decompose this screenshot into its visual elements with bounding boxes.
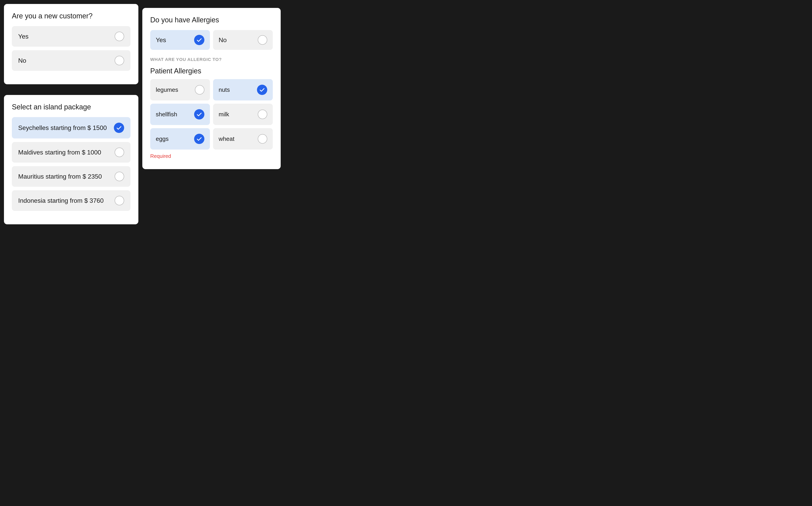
- island-seychelles-check: [114, 122, 124, 133]
- new-customer-yes-radio: [115, 32, 124, 41]
- island-seychelles-label: Seychelles starting from $ 1500: [18, 124, 107, 132]
- allergies-yes-label: Yes: [156, 36, 166, 44]
- new-customer-yes-label: Yes: [18, 33, 28, 40]
- allergy-milk-radio: [258, 109, 267, 119]
- required-text: Required: [150, 153, 273, 159]
- allergies-no-option[interactable]: No: [213, 30, 273, 50]
- allergy-nuts-option[interactable]: nuts: [213, 79, 273, 100]
- allergy-nuts-check: [257, 85, 267, 95]
- island-package-card: Select an island package Seychelles star…: [4, 95, 138, 224]
- new-customer-no-radio: [115, 56, 124, 65]
- island-mauritius-label: Mauritius starting from $ 2350: [18, 173, 102, 180]
- allergy-wheat-label: wheat: [219, 136, 234, 142]
- patient-allergies-heading: Patient Allergies: [150, 67, 273, 75]
- island-indonesia-label: Indonesia starting from $ 3760: [18, 197, 104, 204]
- allergy-legumes-option[interactable]: legumes: [150, 79, 210, 100]
- allergy-wheat-radio: [258, 134, 267, 144]
- allergic-to-subtitle: WHAT ARE YOU ALLERGIC TO?: [150, 57, 273, 62]
- island-indonesia-option[interactable]: Indonesia starting from $ 3760: [12, 190, 130, 211]
- allergy-legumes-label: legumes: [156, 86, 178, 93]
- new-customer-no-label: No: [18, 57, 26, 64]
- island-mauritius-option[interactable]: Mauritius starting from $ 2350: [12, 166, 130, 187]
- allergies-title: Do you have Allergies: [150, 16, 273, 24]
- allergies-card: Do you have Allergies Yes No WHAT ARE YO…: [142, 8, 281, 169]
- island-maldives-label: Maldives starting from $ 1000: [18, 149, 101, 156]
- allergy-nuts-label: nuts: [219, 86, 230, 93]
- allergies-no-label: No: [219, 36, 227, 44]
- allergy-wheat-option[interactable]: wheat: [213, 128, 273, 150]
- allergies-yes-check: [194, 35, 204, 45]
- allergy-shellfish-option[interactable]: shellfish: [150, 104, 210, 125]
- allergy-legumes-radio: [195, 85, 204, 95]
- allergies-yes-option[interactable]: Yes: [150, 30, 210, 50]
- island-indonesia-radio: [115, 196, 124, 205]
- island-maldives-radio: [115, 148, 124, 157]
- island-maldives-option[interactable]: Maldives starting from $ 1000: [12, 142, 130, 163]
- allergies-no-radio: [258, 35, 267, 45]
- island-package-title: Select an island package: [12, 103, 130, 111]
- new-customer-yes-option[interactable]: Yes: [12, 26, 130, 47]
- allergy-grid: legumes nuts shellfish: [150, 79, 273, 150]
- allergy-eggs-check: [194, 134, 204, 144]
- island-seychelles-option[interactable]: Seychelles starting from $ 1500: [12, 117, 130, 139]
- allergy-shellfish-check: [194, 109, 204, 119]
- allergy-eggs-label: eggs: [156, 136, 169, 142]
- allergy-eggs-option[interactable]: eggs: [150, 128, 210, 150]
- new-customer-no-option[interactable]: No: [12, 50, 130, 71]
- new-customer-card: Are you a new customer? Yes No: [4, 4, 138, 84]
- allergy-milk-option[interactable]: milk: [213, 104, 273, 125]
- allergy-milk-label: milk: [219, 111, 229, 118]
- allergy-shellfish-label: shellfish: [156, 111, 177, 118]
- allergies-yn-row: Yes No: [150, 30, 273, 50]
- island-mauritius-radio: [115, 172, 124, 181]
- new-customer-title: Are you a new customer?: [12, 12, 130, 20]
